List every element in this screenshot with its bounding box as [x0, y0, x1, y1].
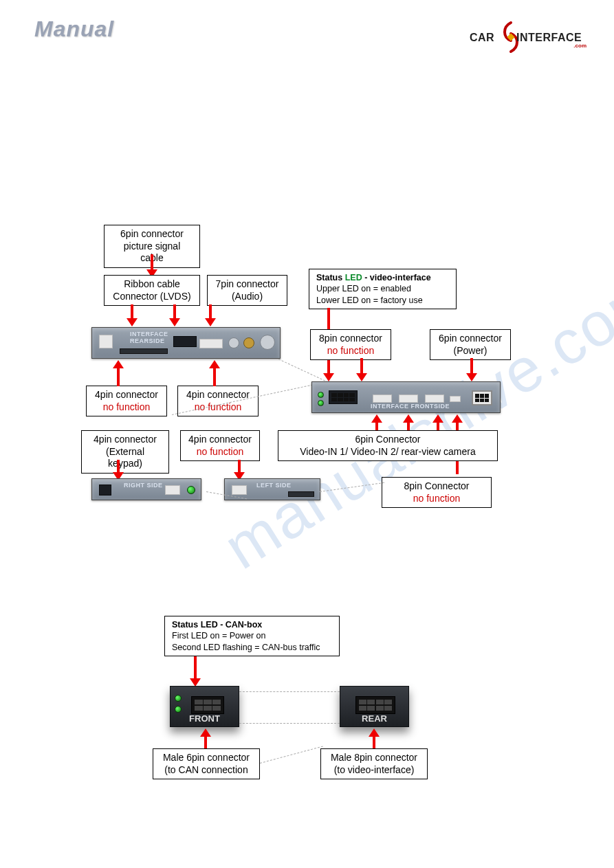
canbox-front-label: FRONT — [171, 713, 239, 724]
callout-line1: Status LED - video-interface — [316, 272, 449, 283]
hardware-canbox-rear: REAR — [340, 686, 409, 727]
callout-line2: no function — [318, 345, 384, 357]
callout-4pin-no-function-mid: 4pin connector no function — [177, 386, 259, 416]
callout-line1: 4pin connector — [188, 434, 252, 446]
callout-line2: no function — [188, 446, 252, 458]
logo-text-interface: INTERFACE — [516, 32, 582, 44]
led-green-icon — [318, 400, 324, 406]
port-8pin — [329, 390, 358, 404]
callout-line1: Male 6pin connector — [160, 752, 252, 764]
callout-status-led-canbox: Status LED - CAN-box First LED on = Powe… — [164, 616, 340, 656]
callout-6pin-video-in: 6pin Connector Video-IN 1/ Video-IN 2/ r… — [278, 430, 498, 461]
led-green-icon — [175, 695, 182, 702]
callout-line1: 7pin connector — [215, 278, 280, 291]
callout-4pin-no-function-bottom: 4pin connector no function — [180, 430, 260, 461]
callout-line1: Male 8pin connector — [328, 752, 420, 764]
hardware-right-side: RIGHT SIDE — [91, 478, 201, 500]
callout-line1: 4pin connector — [94, 389, 160, 401]
port-4pin — [232, 485, 247, 495]
pins-icon — [475, 394, 489, 402]
callout-line2: Connector (LVDS) — [111, 291, 193, 303]
callout-8pin-no-function-bottom: 8pin Connector no function — [382, 477, 492, 508]
port-white — [165, 485, 180, 495]
port-7pin-audio — [173, 336, 197, 347]
callout-status-led-video: Status LED - video-interface Upper LED o… — [309, 269, 457, 309]
callout-line3: Lower LED on = factory use — [316, 295, 449, 306]
callout-ribbon-lvds: Ribbon cable Connector (LVDS) — [104, 275, 200, 306]
hardware-interface-frontside: INTERFACE FRONTSIDE — [311, 381, 501, 413]
port-jack — [228, 337, 239, 348]
callout-7pin-audio: 7pin connector (Audio) — [207, 275, 287, 306]
logo-text-dotcom: .com — [573, 43, 586, 49]
slot — [288, 491, 314, 497]
port-6pin-power — [472, 390, 492, 405]
text-part: - video-interface — [362, 273, 431, 282]
port-white — [373, 394, 392, 403]
page-header: Manual CAR INTERFACE .com — [0, 16, 614, 58]
led-green-icon — [187, 486, 195, 494]
callout-line2: (External keypad) — [89, 446, 162, 470]
callout-8pin-no-function: 8pin connector no function — [310, 329, 391, 360]
hw-label: INTERFACE FRONTSIDE — [371, 403, 450, 410]
callout-male-8pin-video: Male 8pin connector (to video-interface) — [320, 748, 428, 779]
callout-line2: (to CAN connection — [160, 764, 252, 777]
port-round — [260, 335, 275, 350]
port-white — [199, 339, 223, 348]
guide-line — [239, 691, 340, 692]
callout-line1: Status LED - CAN-box — [172, 619, 332, 630]
port-white — [425, 394, 444, 403]
hardware-interface-rearside: INTERFACE REARSIDE — [91, 327, 281, 359]
canbox-rear-label: REAR — [340, 713, 408, 724]
port-4pin-keypad — [99, 485, 111, 496]
callout-line1: 6pin connector — [437, 333, 503, 345]
manual-title: Manual — [34, 16, 114, 42]
callout-line3: Second LED flashing = CAN-bus traffic — [172, 642, 332, 653]
port-white — [399, 394, 418, 403]
callout-6pin-power: 6pin connector (Power) — [430, 329, 511, 360]
led-green-icon — [318, 392, 324, 398]
port-white — [450, 396, 461, 402]
callout-line2: (Audio) — [215, 291, 280, 303]
callout-line2: Upper LED on = enabled — [316, 283, 449, 294]
callout-line2: First LED on = Power on — [172, 630, 332, 641]
callout-line1: Ribbon cable — [111, 278, 193, 291]
hw-label: REARSIDE — [130, 337, 165, 344]
callout-line2: no function — [94, 401, 160, 414]
led-green-icon — [175, 706, 182, 713]
callout-line2: no function — [185, 401, 251, 414]
callout-line1: 4pin connector — [89, 434, 162, 446]
hw-label: RIGHT SIDE — [124, 482, 163, 489]
callout-line1: 6pin connector — [111, 228, 193, 241]
port-ribbon-lvds — [120, 348, 168, 354]
brand-logo: CAR INTERFACE .com — [470, 23, 586, 54]
callout-line1: 6pin Connector — [285, 434, 490, 446]
callout-line1: 8pin Connector — [389, 480, 484, 493]
port-6pin-picture — [99, 335, 113, 348]
pins-icon — [331, 393, 355, 401]
hw-label: INTERFACE — [130, 331, 168, 337]
logo-text-car: CAR — [470, 32, 494, 44]
port-8pin-video — [355, 696, 395, 714]
guide-line — [320, 482, 384, 492]
callout-4pin-external-keypad: 4pin connector (External keypad) — [81, 430, 169, 474]
callout-line2: Video-IN 1/ Video-IN 2/ rear-view camera — [285, 446, 490, 458]
guide-line — [260, 746, 323, 764]
guide-line — [239, 723, 340, 724]
port-6pin-can — [191, 696, 224, 714]
callout-male-6pin-can: Male 6pin connector (to CAN connection — [153, 748, 260, 779]
callout-4pin-no-function-left: 4pin connector no function — [86, 386, 167, 416]
callout-line2: no function — [389, 493, 484, 505]
callout-line1: 8pin connector — [318, 333, 384, 345]
text-part: Status — [316, 273, 345, 282]
text-part-green: LED — [345, 273, 362, 282]
callout-line2: (to video-interface) — [328, 764, 420, 777]
hardware-canbox-front: FRONT — [170, 686, 239, 727]
port-rca-gold — [243, 337, 254, 348]
callout-line2: (Power) — [437, 345, 503, 357]
hw-label: LEFT SIDE — [256, 482, 292, 489]
guide-line — [278, 359, 329, 383]
